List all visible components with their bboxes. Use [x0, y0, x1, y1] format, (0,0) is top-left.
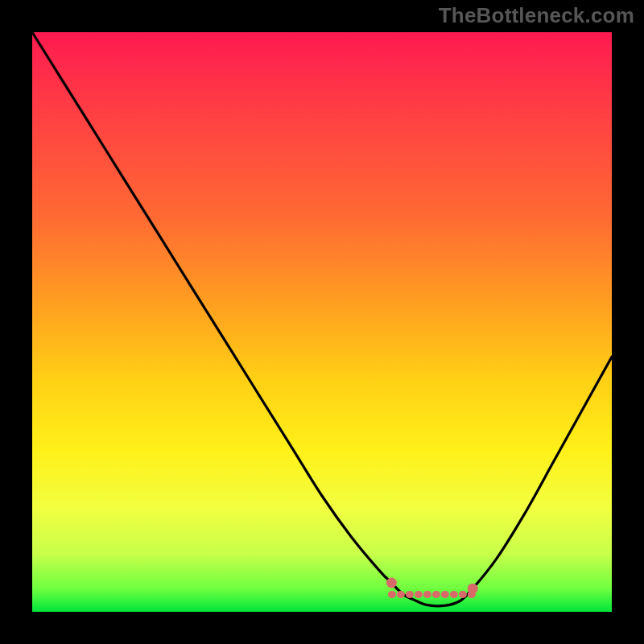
marker-left — [386, 578, 397, 588]
marker-right — [468, 584, 478, 594]
chart-frame: TheBottleneck.com — [0, 0, 644, 644]
curve-path — [32, 32, 612, 606]
plot-area — [32, 32, 612, 612]
bottleneck-curve — [32, 32, 612, 612]
watermark-text: TheBottleneck.com — [439, 3, 634, 28]
